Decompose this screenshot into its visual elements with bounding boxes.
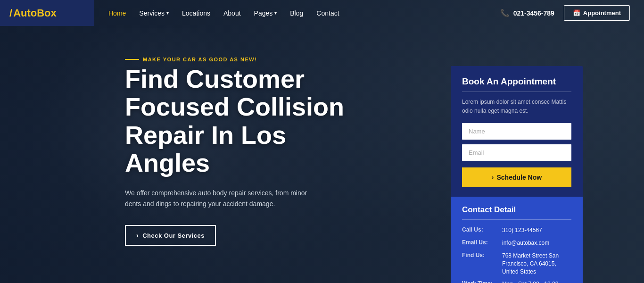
- nav-home[interactable]: Home: [108, 9, 126, 17]
- services-chevron-icon: ▾: [166, 10, 169, 16]
- contact-divider: [462, 219, 571, 220]
- logo-slash: /: [9, 7, 12, 19]
- appointment-form-section: Book An Appointment Lorem ipsum dolor si…: [451, 66, 583, 197]
- contact-row-email: Email Us: info@autobax.com: [462, 239, 571, 247]
- email-label: Email Us:: [462, 239, 497, 247]
- call-label: Call Us:: [462, 226, 497, 234]
- hero-title: Find Customer Focused Collision Repair I…: [125, 65, 375, 177]
- find-label: Find Us:: [462, 252, 497, 275]
- phone-display: 📞 021-3456-789: [500, 8, 554, 17]
- phone-number: 021-3456-789: [513, 9, 554, 17]
- nav-blog[interactable]: Blog: [290, 9, 303, 17]
- work-value: Mon - Sat 7.00 - 18.00: [502, 280, 558, 283]
- find-value: 768 Market Street San Francisco, CA 6401…: [502, 252, 571, 275]
- call-value: 310) 123-44567: [502, 226, 542, 234]
- email-input[interactable]: [462, 144, 571, 161]
- chevron-right-icon: ›: [136, 232, 139, 239]
- contact-row-call: Call Us: 310) 123-44567: [462, 226, 571, 234]
- nav-services[interactable]: Services ▾: [139, 9, 169, 17]
- appointment-divider: [462, 92, 571, 92]
- hero-content: MAKE YOUR CAR AS GOOD AS NEW! Find Custo…: [125, 57, 375, 246]
- logo[interactable]: / AutoBox: [0, 0, 94, 26]
- calendar-icon: 📅: [573, 9, 580, 17]
- appointment-button[interactable]: 📅 Appointment: [564, 5, 630, 21]
- contact-row-find: Find Us: 768 Market Street San Francisco…: [462, 252, 571, 275]
- email-value: info@autobax.com: [502, 239, 549, 247]
- nav-contact[interactable]: Contact: [316, 9, 339, 17]
- navbar: / AutoBox Home Services ▾ Locations Abou…: [0, 0, 644, 26]
- work-label: Work Time:: [462, 280, 497, 283]
- nav-right: 📞 021-3456-789 📅 Appointment: [500, 5, 644, 21]
- nav-locations[interactable]: Locations: [182, 9, 210, 17]
- nav-links: Home Services ▾ Locations About Pages ▾ …: [94, 9, 500, 17]
- schedule-now-button[interactable]: › Schedule Now: [462, 167, 571, 187]
- chevron-icon: ›: [492, 174, 494, 181]
- hero-section: / AutoBox Home Services ▾ Locations Abou…: [0, 0, 644, 283]
- eyebrow-line: [125, 59, 139, 60]
- logo-name: AutoBox: [13, 7, 57, 19]
- appointment-form-title: Book An Appointment: [462, 76, 571, 87]
- name-input[interactable]: [462, 123, 571, 140]
- appointment-description: Lorem ipsum dolor sit amet consec Mattis…: [462, 98, 571, 116]
- appointment-card: Book An Appointment Lorem ipsum dolor si…: [451, 66, 583, 283]
- contact-row-work: Work Time: Mon - Sat 7.00 - 18.00: [462, 280, 571, 283]
- nav-about[interactable]: About: [223, 9, 241, 17]
- hero-description: We offer comprehensive auto body repair …: [125, 188, 323, 210]
- pages-chevron-icon: ▾: [274, 10, 277, 16]
- contact-detail-title: Contact Detail: [462, 205, 571, 215]
- hero-eyebrow: MAKE YOUR CAR AS GOOD AS NEW!: [125, 57, 375, 62]
- phone-icon: 📞: [500, 8, 510, 17]
- contact-detail-section: Contact Detail Call Us: 310) 123-44567 E…: [451, 197, 583, 283]
- nav-pages[interactable]: Pages ▾: [254, 9, 277, 17]
- check-services-button[interactable]: › Check Our Services: [125, 225, 216, 246]
